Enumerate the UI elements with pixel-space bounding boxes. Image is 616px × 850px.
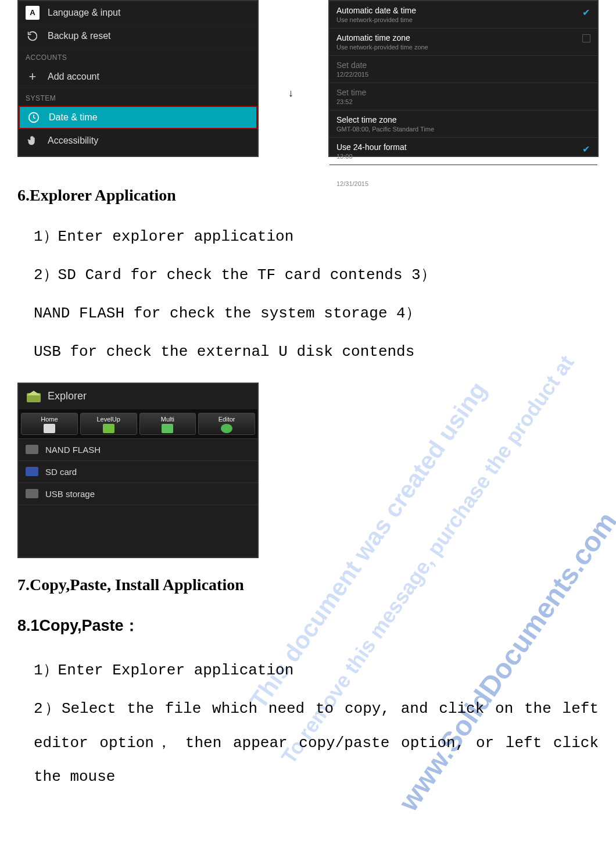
explorer-row-sd[interactable]: SD card (19, 460, 257, 483)
set-time-row: Set time 23:52 (330, 83, 597, 110)
explorer-app-icon (26, 390, 42, 403)
row-title: Automatic date & time (336, 6, 590, 15)
sd-icon (26, 467, 38, 476)
settings-item-label: Backup & reset (48, 31, 111, 41)
section-6-heading: 6.Explorer Application (17, 186, 599, 205)
list-item: 1）Enter explorer application (34, 221, 599, 253)
explorer-row-nand[interactable]: NAND FLASH (19, 438, 257, 460)
auto-time-zone-row[interactable]: Automatic time zone Use network-provided… (330, 28, 597, 56)
list-item: USB for check the external U disk conten… (34, 336, 599, 369)
row-title: Set date (336, 60, 590, 70)
settings-item-label: Language & input (48, 8, 120, 18)
multi-icon (162, 424, 173, 433)
row-sub: Use network-provided time (336, 16, 590, 23)
explorer-tab-levelup[interactable]: LevelUp (80, 413, 137, 435)
clock-icon (27, 110, 41, 124)
explorer-empty-area (19, 505, 257, 557)
hand-icon (26, 134, 40, 148)
accounts-header: ACCOUNTS (19, 48, 257, 65)
section-7-heading: 7.Copy,Paste, Install Application (17, 576, 599, 594)
settings-language-input[interactable]: A Language & input (19, 1, 257, 24)
drive-icon (26, 445, 38, 454)
row-title: Select time zone (336, 115, 590, 124)
explorer-title: Explorer (48, 390, 87, 402)
section-8-1-heading: 8.1Copy,Paste： (17, 615, 599, 636)
list-item: 2）Select the file which need to copy, an… (34, 692, 599, 794)
row-title: Set time (336, 88, 590, 97)
explorer-tab-multi[interactable]: Multi (139, 413, 196, 435)
settings-backup-reset[interactable]: Backup & reset (19, 24, 257, 48)
row-sub: 23:52 (336, 98, 590, 105)
checkbox-icon[interactable] (582, 34, 590, 42)
system-header: SYSTEM (19, 88, 257, 106)
explorer-tab-editor[interactable]: Editor (198, 413, 255, 435)
row-title: Automatic time zone (336, 33, 590, 42)
row-sub: 13:00 (336, 153, 590, 160)
explorer-tab-home[interactable]: Home (21, 413, 78, 435)
use-24h-row[interactable]: Use 24-hour format 13:00 ✔ (330, 138, 597, 165)
settings-screenshot-right: Automatic date & time Use network-provid… (328, 0, 599, 157)
explorer-title-bar: Explorer (19, 384, 257, 409)
settings-add-account[interactable]: + Add account (19, 65, 257, 88)
section-8-1-body: 1）Enter Explorer application 2）Select th… (17, 653, 599, 794)
editor-icon (221, 424, 232, 433)
home-icon (44, 424, 55, 433)
backup-icon (26, 29, 40, 43)
section-6-body: 1）Enter explorer application 2）SD Card f… (17, 221, 599, 369)
settings-date-time[interactable]: Date & time (19, 106, 257, 129)
select-time-zone-row[interactable]: Select time zone GMT-08:00, Pacific Stan… (330, 110, 597, 138)
list-item: 2）SD Card for check the TF card contends… (34, 259, 599, 292)
explorer-row-usb[interactable]: USB storage (19, 483, 257, 505)
auto-date-time-row[interactable]: Automatic date & time Use network-provid… (330, 1, 597, 28)
plus-icon: + (26, 70, 40, 84)
row-sub: Use network-provided time zone (336, 44, 590, 51)
settings-item-label: Accessibility (48, 135, 98, 146)
row-title: Use 24-hour format (336, 142, 590, 152)
row-title: Choose date format (336, 170, 590, 179)
keyboard-icon: A (26, 6, 40, 20)
levelup-icon (103, 424, 114, 433)
set-date-row: Set date 12/22/2015 (330, 56, 597, 83)
settings-item-label: Date & time (49, 112, 98, 123)
drive-icon (26, 489, 38, 498)
list-item: 1）Enter Explorer application (34, 653, 599, 688)
explorer-screenshot: Explorer Home LevelUp Multi Editor NAND … (17, 383, 259, 558)
settings-accessibility[interactable]: Accessibility (19, 129, 257, 152)
checkbox-icon[interactable]: ✔ (582, 7, 590, 15)
row-sub: GMT-08:00, Pacific Standard Time (336, 126, 590, 133)
settings-screenshot-left: A Language & input Backup & reset ACCOUN… (17, 0, 259, 157)
list-item: NAND FLASH for check the system storage … (34, 298, 599, 330)
checkbox-icon[interactable]: ✔ (582, 144, 590, 152)
settings-item-label: Add account (48, 72, 99, 82)
row-sub: 12/22/2015 (336, 71, 590, 78)
cursor-icon: ↓ (288, 87, 293, 99)
